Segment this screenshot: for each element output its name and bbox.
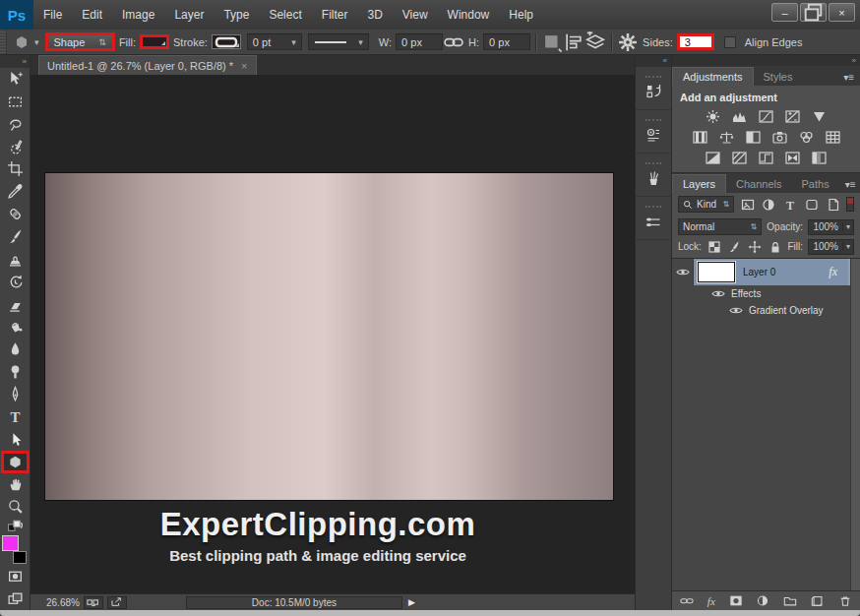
hand-tool-button[interactable] [1,473,30,496]
layer-style-icon[interactable]: fx [707,595,715,607]
move-tool-button[interactable] [1,68,30,91]
brush-panel-button[interactable] [636,154,671,197]
black-white-button[interactable] [743,129,763,145]
posterize-button[interactable] [730,150,750,165]
options-bar-grip[interactable] [0,30,7,54]
effects-visibility-toggle[interactable] [711,289,725,298]
tab-channels[interactable]: Channels [726,175,791,193]
history-panel-button[interactable] [636,67,671,110]
pen-tool-button[interactable] [1,383,30,405]
sides-input[interactable]: 3 [677,33,714,50]
layer-thumbnail[interactable] [698,262,735,282]
color-balance-button[interactable] [716,129,736,145]
filter-shape-layers-button[interactable] [804,196,821,213]
background-color-swatch[interactable] [13,551,27,564]
levels-button[interactable] [730,108,750,124]
document-tab[interactable]: Untitled-1 @ 26.7% (Layer 0, RGB/8) * × [38,55,257,75]
stroke-type-dropdown[interactable]: ▾ [308,33,369,50]
stroke-swatch[interactable] [212,34,241,49]
tool-preset-picker[interactable]: ▾ [13,33,39,51]
menu-edit[interactable]: Edit [72,0,112,30]
threshold-button[interactable] [757,150,776,165]
selective-color-button[interactable] [810,150,829,165]
link-layers-icon[interactable] [680,594,694,607]
menu-image[interactable]: Image [112,0,164,30]
minimize-button[interactable]: – [771,3,798,22]
vibrance-button[interactable] [810,108,829,124]
opacity-field[interactable]: 100% ▾ [808,219,854,235]
dock-collapse-button[interactable]: » [672,55,860,66]
history-brush-tool-button[interactable] [1,271,30,293]
layer-visibility-toggle[interactable] [672,259,694,285]
healing-brush-tool-button[interactable] [1,203,30,225]
channel-mixer-button[interactable] [796,129,816,145]
brush-tool-button[interactable] [1,225,30,248]
align-edges-checkbox[interactable] [724,36,736,48]
status-share-icon[interactable] [107,596,127,609]
shape-height-field[interactable]: 0 px [483,33,530,50]
tool-mode-dropdown[interactable]: Shape ⇅ [45,32,115,51]
blur-tool-button[interactable] [1,338,30,360]
panel-menu-icon[interactable]: ▾≡ [839,176,860,193]
status-popup-arrow-icon[interactable]: ▶ [408,597,415,607]
path-alignment-button[interactable] [563,32,584,51]
invert-button[interactable] [704,150,723,165]
menu-help[interactable]: Help [499,0,543,30]
close-button[interactable]: × [829,3,855,22]
menu-type[interactable]: Type [214,0,259,30]
foreground-color-swatch[interactable] [2,535,19,551]
shape-width-field[interactable]: 0 px [396,33,443,50]
menu-3d[interactable]: 3D [357,0,392,30]
menu-view[interactable]: View [393,0,438,30]
filter-pixel-layers-button[interactable] [739,196,756,213]
color-lookup-button[interactable] [823,129,842,145]
delete-layer-trash-icon[interactable] [838,594,852,607]
polygon-tool-button[interactable] [1,451,30,473]
path-selection-tool-button[interactable] [1,428,30,451]
zoom-tool-button[interactable] [1,495,30,518]
menu-file[interactable]: File [33,0,72,30]
canvas-pasteboard[interactable]: ExpertClipping.com Best clipping path & … [31,75,635,593]
layer-mask-icon[interactable] [729,594,743,607]
layers-scrollbar[interactable] [850,259,860,590]
type-tool-button[interactable]: T [1,405,30,428]
swap-colors-button[interactable] [1,518,30,533]
toolbar-collapse-button[interactable]: » [0,55,30,68]
path-arrangement-button[interactable] [584,32,606,51]
doc-size-status[interactable]: Doc: 10.5M/0 bytes [186,596,402,609]
eraser-tool-button[interactable] [1,293,30,316]
menu-window[interactable]: Window [438,0,500,30]
menu-select[interactable]: Select [259,0,311,30]
hue-saturation-button[interactable] [690,129,709,145]
new-layer-icon[interactable] [811,594,825,607]
dock-expand-button[interactable]: « [636,55,671,67]
gradient-document-image[interactable] [45,173,613,500]
gradient-overlay-row[interactable]: Gradient Overlay [672,302,860,319]
path-operations-button[interactable] [541,32,563,51]
paint-bucket-tool-button[interactable] [1,315,30,338]
effects-row[interactable]: Effects [672,285,860,302]
marquee-tool-button[interactable] [1,91,30,113]
brush-presets-panel-button[interactable] [636,197,671,240]
tab-layers[interactable]: Layers [672,174,726,193]
tab-paths[interactable]: Paths [792,175,839,193]
panel-menu-icon[interactable]: ▾≡ [837,69,860,86]
brightness-contrast-button[interactable] [704,108,723,124]
gradient-map-button[interactable] [783,150,803,165]
eyedropper-tool-button[interactable] [1,180,30,203]
exposure-button[interactable] [783,108,803,124]
layer-filter-toggle[interactable] [846,197,854,212]
tab-styles[interactable]: Styles [754,68,803,86]
quick-selection-tool-button[interactable] [1,136,30,158]
layer-row-layer0[interactable]: Layer 0 fx ▲ [672,259,860,285]
gradient-overlay-visibility-toggle[interactable] [729,306,743,315]
fill-swatch[interactable] [140,34,169,49]
layer-name[interactable]: Layer 0 [743,267,775,277]
screen-mode-button[interactable] [1,587,30,610]
restore-button[interactable] [800,3,827,22]
fill-field[interactable]: 100% ▾ [808,239,854,255]
lock-pixels-button[interactable] [727,238,743,255]
lock-position-button[interactable] [747,238,763,255]
curves-button[interactable] [757,108,776,124]
filter-adjustment-layers-button[interactable] [761,196,777,213]
